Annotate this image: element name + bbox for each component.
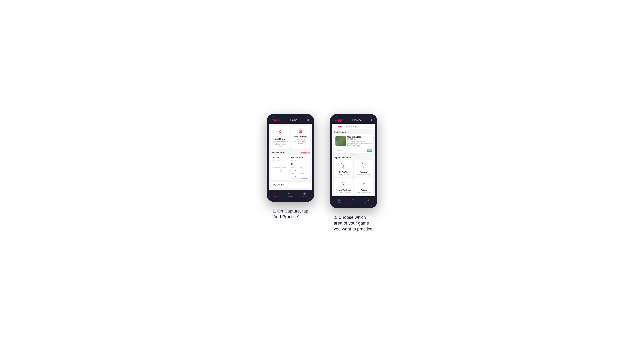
off-the-tee-desc: Power and accuracy xyxy=(336,173,352,175)
my-golf-bag-row[interactable]: My Golf Bag › xyxy=(271,182,310,188)
rounds-sub-stats: Tournament 0 Practice 0 xyxy=(272,167,290,173)
nav-activities[interactable]: ⚯ Activities xyxy=(286,191,293,197)
nav2-capture[interactable]: ⊕ Capture xyxy=(365,198,370,204)
skill-grid: Off The Tee Power and accuracy xyxy=(334,160,374,195)
approach-title: Approach xyxy=(356,171,372,173)
shots-count-text: 9 shots xyxy=(337,150,342,152)
featured-footer: ○ 9 shots APP xyxy=(334,149,374,153)
carousel-dots xyxy=(334,155,374,156)
nav-activities-label: Activities xyxy=(286,196,293,197)
rounds-col: Rounds Rounds Capture 0 Tournament 0 xyxy=(272,157,290,178)
practice-sub-stats-2: ARG 0 PUTT 4 xyxy=(291,173,308,178)
view-activity-link[interactable]: View Activity xyxy=(300,152,310,154)
add-practice-icon xyxy=(297,128,304,135)
arg-label: ARG xyxy=(291,173,299,174)
app-value: 4 xyxy=(300,169,308,173)
approach-icon xyxy=(360,162,368,170)
skill-approach[interactable]: Approach Dial-in to hit the green xyxy=(354,160,374,177)
putt-stat: PUTT 4 xyxy=(300,173,308,178)
arg-stat: ARG 0 xyxy=(291,173,299,178)
tournament-stat: Tournament 0 xyxy=(272,167,281,173)
around-green-desc: Hone your short game xyxy=(336,191,352,193)
dot-2 xyxy=(353,155,354,156)
shots-count: ○ 9 shots xyxy=(336,150,342,152)
nav-capture-label: Capture xyxy=(302,196,307,197)
featured-title: Wedge Ladder 50–100 yds xyxy=(347,136,361,141)
phone2-menu-icon[interactable]: ≡ xyxy=(371,119,372,122)
phone2-bottom-nav: ⌂ Home ⚯ Activities ⊕ Capture xyxy=(332,196,375,206)
capture-icon: ⊕ xyxy=(303,191,306,195)
phone2-title: Practice xyxy=(352,119,362,122)
arg-value: 0 xyxy=(291,175,299,178)
svg-point-14 xyxy=(362,163,363,164)
svg-line-3 xyxy=(341,164,344,166)
chevron-right-icon: › xyxy=(306,184,307,186)
phone1-bottom-nav: ⌂ Home ⚯ Activities ⊕ Capture xyxy=(269,190,312,199)
featured-thumbnail xyxy=(336,136,346,146)
approach-desc: Dial-in to hit the green xyxy=(356,173,372,175)
featured-info: Wedge Ladder 50–100 yds ☆ Play 1 shot at… xyxy=(347,136,372,147)
ott-label: OTT xyxy=(291,167,299,169)
add-practice-card[interactable]: Add Practice Capture your practice off-t… xyxy=(291,126,310,149)
featured-title-row: Wedge Ladder 50–100 yds ☆ xyxy=(347,136,372,141)
phone1-content: Add Round Record your shots in fast or e… xyxy=(269,124,312,190)
drills-capture-label: Drills Capture xyxy=(291,160,308,162)
nav-home-label: Home xyxy=(273,195,278,197)
rounds-title: Rounds xyxy=(272,157,290,159)
my-golf-bag-label: My Golf Bag xyxy=(273,184,284,186)
skill-off-the-tee[interactable]: Off The Tee Power and accuracy xyxy=(334,160,353,177)
add-round-title: Add Round xyxy=(274,138,286,140)
home-icon: ⌂ xyxy=(274,191,276,195)
nav-home[interactable]: ⌂ Home xyxy=(273,191,278,197)
nav2-home[interactable]: ⌂ Home xyxy=(337,198,341,204)
svg-line-4 xyxy=(344,164,346,166)
around-green-title: Around The Green xyxy=(336,189,352,191)
activities2-icon: ⚯ xyxy=(352,198,354,202)
rounds-capture-value: 0 xyxy=(272,162,290,166)
skill-putting[interactable]: Putting Make and lag practice xyxy=(354,178,374,195)
svg-point-15 xyxy=(365,163,366,164)
putting-icon xyxy=(360,179,368,188)
app-label: APP xyxy=(300,167,308,169)
rounds-capture-label: Rounds Capture xyxy=(272,160,290,162)
skill-around-the-green[interactable]: Around The Green Hone your short game xyxy=(334,178,353,195)
clock-icon: ○ xyxy=(336,150,336,152)
svg-point-16 xyxy=(363,168,364,169)
caption2: 2. Choose whicharea of your gameyou want… xyxy=(334,214,374,232)
star-icon[interactable]: ☆ xyxy=(370,136,372,138)
ott-value: 0 xyxy=(291,169,299,173)
ott-stat: OTT 0 xyxy=(291,167,299,173)
explore-title: Explore skill areas xyxy=(334,157,374,159)
svg-point-8 xyxy=(341,163,342,164)
svg-point-17 xyxy=(343,184,344,185)
phone2-group: clippd Practice ≡ Drills Favourites Most… xyxy=(330,114,378,232)
add-round-desc: Record your shots in fast or enhanced mo… xyxy=(272,141,288,147)
phone1-menu-icon[interactable]: ≡ xyxy=(307,119,309,122)
putt-value: 4 xyxy=(300,175,308,178)
tab-drills[interactable]: Drills xyxy=(335,124,344,129)
stats-row: Rounds Rounds Capture 0 Tournament 0 xyxy=(272,157,308,178)
practice-label: Practice xyxy=(282,167,290,169)
around-the-green-icon xyxy=(339,179,348,188)
featured-card[interactable]: Wedge Ladder 50–100 yds ☆ Play 1 shot at… xyxy=(334,134,374,153)
putt-label: PUTT xyxy=(300,173,308,174)
featured-card-inner: Wedge Ladder 50–100 yds ☆ Play 1 shot at… xyxy=(334,134,374,148)
dot-3 xyxy=(355,155,356,156)
svg-line-5 xyxy=(342,166,344,168)
svg-point-19 xyxy=(345,181,346,182)
practice-stat: Practice 0 xyxy=(282,167,290,173)
caption2-text: 2. Choose whicharea of your gameyou want… xyxy=(334,215,374,231)
activities-icon: ⚯ xyxy=(288,191,291,195)
add-round-card[interactable]: Add Round Record your shots in fast or e… xyxy=(271,126,290,149)
svg-point-10 xyxy=(342,168,342,169)
app-stat: APP 4 xyxy=(300,167,308,173)
nav-capture[interactable]: ⊕ Capture xyxy=(302,191,307,197)
tab-favourites[interactable]: Favourites xyxy=(344,124,359,129)
most-popular-title: Most Popular xyxy=(334,131,374,133)
nav2-home-label: Home xyxy=(337,202,341,204)
putting-desc: Make and lag practice xyxy=(356,191,372,193)
home2-icon: ⌂ xyxy=(338,198,340,201)
nav2-activities[interactable]: ⚯ Activities xyxy=(350,198,356,204)
svg-point-11 xyxy=(345,168,346,169)
phone2-screen: clippd Practice ≡ Drills Favourites Most… xyxy=(332,116,375,206)
